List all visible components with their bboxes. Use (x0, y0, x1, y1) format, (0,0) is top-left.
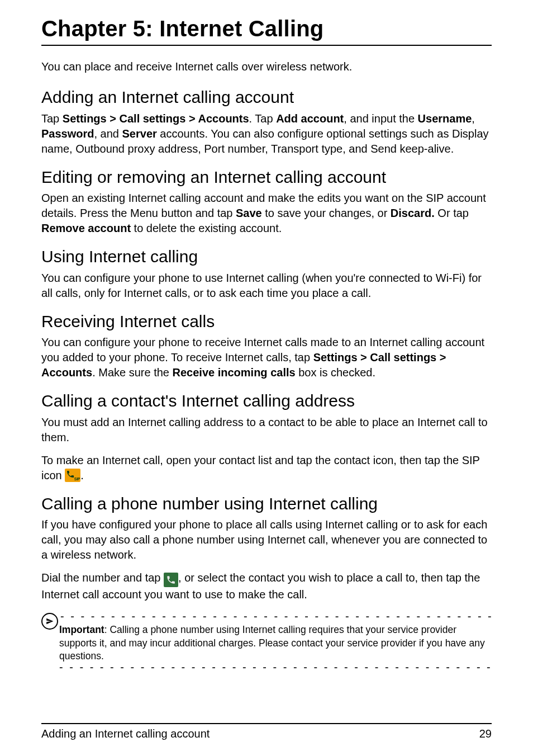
para-calling-number-2: Dial the number and tap , or select the … (41, 570, 492, 602)
heading-editing: Editing or removing an Internet calling … (41, 167, 492, 188)
heading-calling-number: Calling a phone number using Internet ca… (41, 493, 492, 514)
t: Dial the number and tap (41, 571, 164, 584)
t: Save (236, 207, 262, 219)
chapter-title: Chapter 5: Internet Calling (41, 16, 492, 41)
t: Settings > Call settings > Accounts (63, 112, 249, 125)
intro-text: You can place and receive Internet calls… (41, 59, 492, 74)
dash-rule-bottom: - - - - - - - - - - - - - - - - - - - - … (59, 664, 492, 673)
heading-adding: Adding an Internet calling account (41, 87, 492, 108)
important-icon (41, 613, 58, 630)
para-adding: Tap Settings > Call settings > Accounts.… (41, 111, 492, 157)
para-receiving: You can configure your phone to receive … (41, 335, 492, 380)
t: , and (94, 127, 122, 140)
footer-page-number: 29 (479, 727, 492, 740)
footer: Adding an Internet calling account 29 (41, 727, 492, 740)
chapter-rule (41, 45, 492, 46)
t: box is checked. (296, 366, 375, 379)
note-text: Important: Calling a phone number using … (59, 623, 492, 663)
page: Chapter 5: Internet Calling You can plac… (0, 0, 533, 756)
t: Remove account (41, 222, 131, 234)
important-note: - - - - - - - - - - - - - - - - - - - - … (41, 613, 492, 673)
footer-left: Adding an Internet calling account (41, 727, 210, 740)
t: Discard. (391, 207, 435, 219)
t: Password (41, 127, 94, 140)
footer-rule (41, 723, 492, 724)
call-icon (164, 573, 178, 587)
para-calling-contact-1: You must add an Internet calling address… (41, 415, 492, 445)
heading-calling-contact: Calling a contact's Internet calling add… (41, 390, 492, 412)
dash-rule-top: - - - - - - - - - - - - - - - - - - - - … (60, 613, 492, 622)
para-calling-contact-2: To make an Internet call, open your cont… (41, 453, 492, 483)
sip-label: SIP (74, 476, 80, 481)
t: , and input the (344, 112, 417, 125)
spacer (41, 673, 492, 723)
t: Or tap (435, 207, 469, 219)
t: , (472, 112, 475, 125)
t: To make an Internet call, open your cont… (41, 454, 480, 481)
heading-using: Using Internet calling (41, 246, 492, 267)
t: Tap (41, 112, 63, 125)
note-label: Important (59, 624, 104, 635)
t: . Make sure the (92, 366, 172, 379)
t: Server (122, 127, 157, 140)
t: . Tap (249, 112, 277, 125)
t: Username (418, 112, 472, 125)
heading-receiving: Receiving Internet calls (41, 311, 492, 332)
para-calling-number-1: If you have configured your phone to pla… (41, 517, 492, 563)
t: Receive incoming calls (173, 366, 296, 379)
para-editing: Open an existing Internet calling accoun… (41, 191, 492, 236)
sip-icon: SIP (65, 469, 80, 482)
note-body: : Calling a phone number using Internet … (59, 624, 485, 662)
t: . (80, 469, 84, 481)
para-using: You can configure your phone to use Inte… (41, 271, 492, 301)
t: Add account (276, 112, 344, 125)
t: to save your changes, or (262, 207, 391, 219)
t: to delete the existing account. (131, 222, 282, 234)
